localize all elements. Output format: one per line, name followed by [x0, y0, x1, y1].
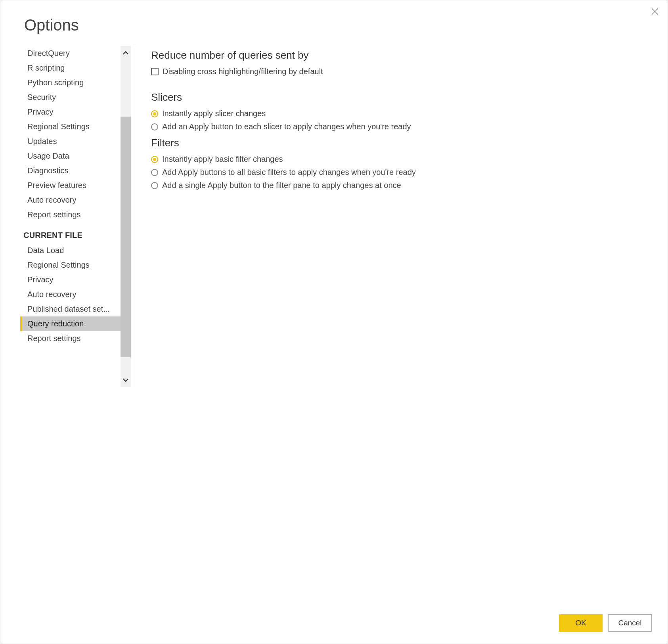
sidebar-heading-current-file: CURRENT FILE — [20, 222, 121, 243]
radio-icon — [151, 110, 158, 117]
dialog-title: Options — [12, 8, 656, 46]
chevron-up-icon — [122, 50, 129, 57]
scroll-down-button[interactable] — [121, 373, 131, 387]
sidebar-item-r-scripting[interactable]: R scripting — [20, 61, 121, 75]
radio-filter-2[interactable]: Add a single Apply button to the filter … — [151, 181, 648, 190]
sidebar-item-report-settings[interactable]: Report settings — [20, 331, 121, 346]
sidebar-item-report-settings[interactable]: Report settings — [20, 207, 121, 222]
sidebar-item-preview-features[interactable]: Preview features — [20, 178, 121, 193]
radio-icon — [151, 169, 158, 176]
sidebar: DirectQueryR scriptingPython scriptingSe… — [20, 46, 121, 387]
radio-slicer-1[interactable]: Add an Apply button to each slicer to ap… — [151, 122, 648, 131]
radio-filter-0[interactable]: Instantly apply basic filter changes — [151, 155, 648, 164]
sidebar-item-auto-recovery[interactable]: Auto recovery — [20, 287, 121, 302]
chevron-down-icon — [122, 376, 129, 383]
checkbox-box-icon — [151, 68, 159, 75]
radio-icon — [151, 156, 158, 163]
close-icon — [651, 8, 659, 15]
checkbox-disable-cross-highlight[interactable]: Disabling cross highlighting/filtering b… — [151, 67, 648, 76]
heading-reduce-queries: Reduce number of queries sent by — [151, 49, 648, 61]
heading-slicers: Slicers — [151, 91, 648, 104]
checkbox-label: Disabling cross highlighting/filtering b… — [163, 67, 323, 76]
ok-button[interactable]: OK — [559, 614, 603, 632]
radio-label: Add an Apply button to each slicer to ap… — [162, 122, 411, 131]
sidebar-item-regional-settings[interactable]: Regional Settings — [20, 258, 121, 272]
radio-slicer-0[interactable]: Instantly apply slicer changes — [151, 109, 648, 118]
dialog-footer: OK Cancel — [12, 606, 656, 632]
heading-filters: Filters — [151, 137, 648, 149]
close-button[interactable] — [651, 8, 659, 17]
options-dialog: Options DirectQueryR scriptingPython scr… — [0, 0, 668, 644]
radio-label: Instantly apply basic filter changes — [162, 155, 283, 164]
radio-filter-1[interactable]: Add Apply buttons to all basic filters t… — [151, 168, 648, 177]
dialog-body: DirectQueryR scriptingPython scriptingSe… — [12, 46, 656, 606]
sidebar-item-query-reduction[interactable]: Query reduction — [20, 316, 121, 331]
sidebar-scrollbar[interactable] — [121, 46, 131, 387]
scroll-thumb[interactable] — [121, 117, 131, 357]
sidebar-item-regional-settings[interactable]: Regional Settings — [20, 119, 121, 134]
sidebar-item-directquery[interactable]: DirectQuery — [20, 46, 121, 61]
cancel-button[interactable]: Cancel — [608, 614, 652, 632]
radio-icon — [151, 182, 158, 189]
sidebar-item-updates[interactable]: Updates — [20, 134, 121, 149]
radio-label: Add a single Apply button to the filter … — [162, 181, 401, 190]
radio-icon — [151, 123, 158, 130]
radio-label: Add Apply buttons to all basic filters t… — [162, 168, 416, 177]
sidebar-item-data-load[interactable]: Data Load — [20, 243, 121, 258]
sidebar-item-diagnostics[interactable]: Diagnostics — [20, 163, 121, 178]
sidebar-item-published-dataset-set[interactable]: Published dataset set... — [20, 302, 121, 316]
sidebar-item-security[interactable]: Security — [20, 90, 121, 105]
sidebar-item-auto-recovery[interactable]: Auto recovery — [20, 193, 121, 207]
sidebar-item-python-scripting[interactable]: Python scripting — [20, 75, 121, 90]
scroll-track[interactable] — [121, 60, 131, 373]
radio-label: Instantly apply slicer changes — [162, 109, 266, 118]
content-pane: Reduce number of queries sent by Disabli… — [135, 46, 656, 606]
sidebar-item-privacy[interactable]: Privacy — [20, 272, 121, 287]
sidebar-container: DirectQueryR scriptingPython scriptingSe… — [20, 46, 135, 387]
scroll-up-button[interactable] — [121, 46, 131, 60]
sidebar-item-privacy[interactable]: Privacy — [20, 105, 121, 119]
sidebar-item-usage-data[interactable]: Usage Data — [20, 149, 121, 163]
